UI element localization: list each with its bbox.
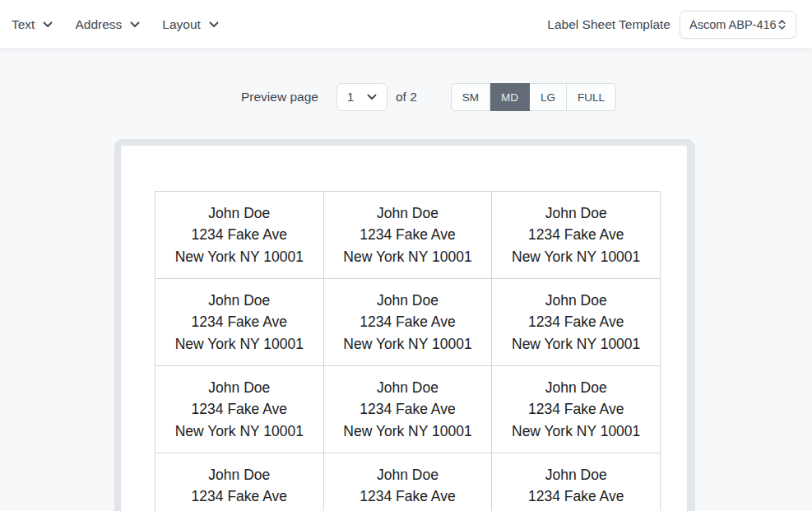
label-name: John Doe	[377, 202, 438, 224]
menu-text[interactable]: Text	[12, 17, 53, 32]
label-name: John Doe	[377, 377, 438, 398]
label-street: 1234 Fake Ave	[360, 224, 455, 245]
label-grid: John Doe 1234 Fake Ave New York NY 10001…	[155, 191, 661, 511]
label-name: John Doe	[208, 464, 270, 485]
label-name: John Doe	[377, 464, 438, 485]
label-city: New York NY 10001	[175, 246, 304, 267]
preview-controls: Preview page 1 of 2 SMMDLGFULL	[241, 82, 616, 112]
preview-page-total: of 2	[396, 90, 417, 105]
menu-address[interactable]: Address	[75, 17, 140, 32]
preview-page-value: 1	[347, 91, 354, 104]
label-city: New York NY 10001	[175, 333, 304, 355]
menu-layout-label: Layout	[162, 17, 201, 32]
label-city: New York NY 10001	[343, 246, 471, 267]
toolbar-menus: Text Address Layout	[12, 17, 219, 32]
label-cell: John Doe 1234 Fake Ave New York NY 10001	[324, 453, 493, 511]
label-street: 1234 Fake Ave	[360, 485, 455, 507]
size-button-lg[interactable]: LG	[530, 83, 567, 111]
label-city: New York NY 10001	[175, 508, 304, 511]
label-street: 1234 Fake Ave	[528, 485, 624, 507]
label-cell: John Doe 1234 Fake Ave New York NY 10001	[155, 192, 324, 279]
chevron-down-icon	[43, 21, 53, 28]
preview-size-group: SMMDLGFULL	[451, 83, 616, 111]
sheet-preview-frame: John Doe 1234 Fake Ave New York NY 10001…	[114, 139, 695, 511]
label-street: 1234 Fake Ave	[360, 311, 455, 332]
chevron-down-icon	[209, 21, 219, 28]
label-name: John Doe	[545, 202, 607, 224]
label-name: John Doe	[545, 290, 607, 311]
label-cell: John Doe 1234 Fake Ave New York NY 10001	[155, 453, 324, 511]
sheet-page: John Doe 1234 Fake Ave New York NY 10001…	[121, 146, 687, 511]
label-cell: John Doe 1234 Fake Ave New York NY 10001	[324, 366, 493, 453]
label-city: New York NY 10001	[343, 508, 471, 511]
template-selected-value: Ascom ABP-416	[689, 18, 777, 31]
label-city: New York NY 10001	[175, 420, 304, 442]
menu-address-label: Address	[75, 17, 122, 32]
label-street: 1234 Fake Ave	[360, 398, 455, 420]
label-street: 1234 Fake Ave	[192, 398, 287, 420]
label-city: New York NY 10001	[343, 333, 471, 355]
label-city: New York NY 10001	[512, 246, 640, 267]
label-name: John Doe	[208, 202, 270, 224]
toolbar: Text Address Layout Label Sheet Template…	[0, 0, 812, 49]
label-street: 1234 Fake Ave	[192, 311, 287, 332]
label-name: John Doe	[377, 290, 438, 311]
label-cell: John Doe 1234 Fake Ave New York NY 10001	[492, 279, 661, 366]
label-city: New York NY 10001	[512, 333, 640, 355]
chevron-down-icon	[130, 21, 140, 28]
label-name: John Doe	[208, 377, 270, 398]
menu-text-label: Text	[12, 17, 35, 32]
label-street: 1234 Fake Ave	[192, 224, 287, 245]
size-button-md[interactable]: MD	[490, 83, 530, 111]
label-city: New York NY 10001	[512, 420, 640, 442]
label-city: New York NY 10001	[512, 508, 640, 511]
template-selector-label: Label Sheet Template	[547, 17, 670, 32]
preview-page-select[interactable]: 1	[336, 83, 387, 111]
label-name: John Doe	[545, 464, 607, 485]
label-street: 1234 Fake Ave	[528, 311, 624, 332]
label-cell: John Doe 1234 Fake Ave New York NY 10001	[155, 279, 324, 366]
label-sheet-template-select[interactable]: Ascom ABP-416	[680, 11, 796, 39]
label-city: New York NY 10001	[343, 420, 471, 442]
select-updown-icon	[777, 19, 786, 30]
label-cell: John Doe 1234 Fake Ave New York NY 10001	[324, 192, 493, 279]
menu-layout[interactable]: Layout	[162, 17, 219, 32]
chevron-down-icon	[367, 94, 377, 100]
template-selector-area: Label Sheet Template Ascom ABP-416	[547, 11, 796, 39]
preview-page-label: Preview page	[241, 90, 318, 105]
label-street: 1234 Fake Ave	[528, 398, 624, 420]
label-name: John Doe	[208, 290, 270, 311]
size-button-full[interactable]: FULL	[567, 83, 616, 111]
label-cell: John Doe 1234 Fake Ave New York NY 10001	[155, 366, 324, 453]
label-street: 1234 Fake Ave	[528, 224, 624, 245]
label-name: John Doe	[545, 377, 607, 398]
label-cell: John Doe 1234 Fake Ave New York NY 10001	[324, 279, 493, 366]
label-street: 1234 Fake Ave	[192, 485, 287, 507]
label-cell: John Doe 1234 Fake Ave New York NY 10001	[492, 366, 661, 453]
label-cell: John Doe 1234 Fake Ave New York NY 10001	[492, 192, 661, 279]
size-button-sm[interactable]: SM	[451, 83, 490, 111]
label-cell: John Doe 1234 Fake Ave New York NY 10001	[492, 453, 661, 511]
